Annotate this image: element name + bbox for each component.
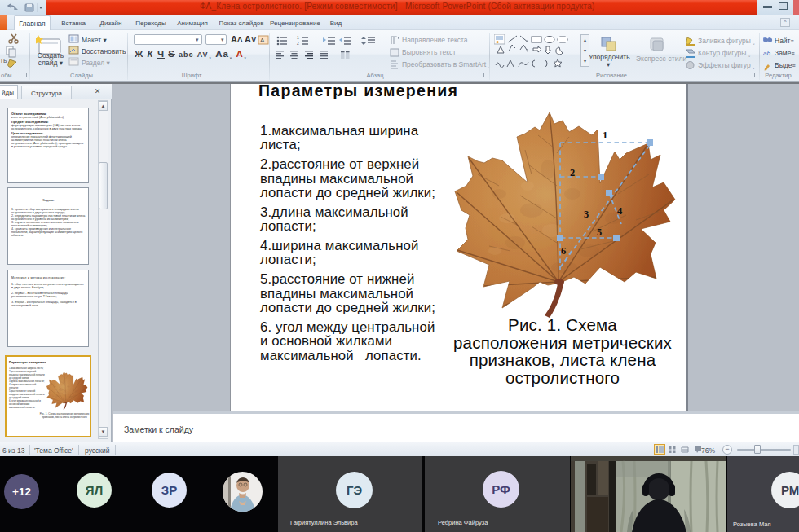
svg-text:ab: ab (763, 50, 770, 57)
svg-text:1: 1 (297, 35, 299, 40)
svg-text:5: 5 (597, 226, 602, 238)
svg-text:6: 6 (561, 245, 566, 257)
svg-text:2: 2 (570, 167, 575, 178)
svg-text:4: 4 (617, 205, 623, 217)
svg-text:3: 3 (584, 209, 589, 220)
svg-text:2: 2 (297, 41, 299, 46)
svg-text:1: 1 (603, 130, 607, 141)
svg-text:A: A (260, 37, 265, 44)
